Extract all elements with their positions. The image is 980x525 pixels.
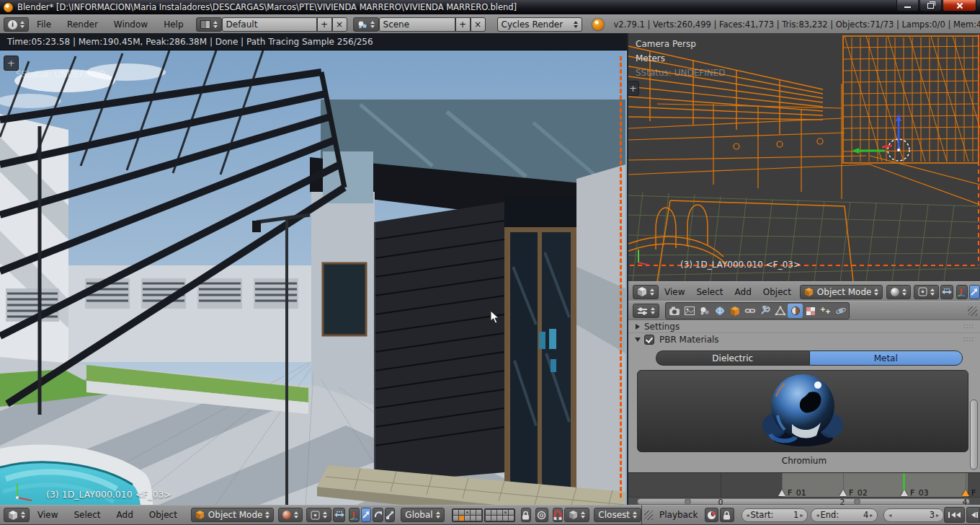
menu-view[interactable]: View [30, 510, 66, 520]
snap-toggle-button[interactable] [553, 508, 563, 522]
timeline-marker-selected[interactable] [962, 490, 969, 496]
timeline-scrollbar[interactable]: 0 2 4 [628, 497, 980, 505]
lock-frame-button[interactable] [720, 508, 734, 522]
snap-element-selector[interactable] [564, 508, 589, 522]
scale-manipulator-button[interactable] [385, 508, 395, 522]
minimize-button[interactable] [896, 0, 919, 12]
tab-metal[interactable]: Metal [809, 350, 963, 366]
screen-layout-selector[interactable] [196, 17, 222, 32]
tab-render-layers-icon[interactable] [682, 304, 697, 318]
panel-drag-dots[interactable]: ········ [963, 324, 974, 330]
tab-world-icon[interactable] [712, 304, 727, 318]
tab-render-icon[interactable] [667, 304, 682, 318]
properties-scrollbar[interactable] [970, 400, 978, 469]
tab-data-icon[interactable] [772, 304, 788, 318]
menu-add[interactable]: Add [729, 287, 757, 297]
mode-selector[interactable]: Object Mode [800, 285, 883, 299]
menu-object[interactable]: Object [141, 510, 185, 520]
object-mode-icon [195, 511, 205, 519]
layers-left-block[interactable] [452, 508, 483, 522]
layout-add-button[interactable]: + [317, 17, 332, 32]
pbr-enabled-checkbox[interactable] [644, 335, 654, 345]
tab-texture-icon[interactable] [803, 304, 818, 318]
menu-help[interactable]: Help [156, 19, 191, 30]
material-preview[interactable] [637, 370, 968, 452]
header-grip[interactable] [968, 306, 977, 316]
timeline-marker[interactable] [778, 490, 785, 496]
jump-prev-keyframe-button[interactable] [966, 507, 980, 523]
tab-physics-icon[interactable] [833, 304, 848, 318]
end-frame-field[interactable]: ◂ End: 4 ▸ [811, 508, 878, 522]
tab-particles-icon[interactable] [818, 304, 833, 318]
current-frame-field[interactable]: ◂ 3 ▸ [883, 508, 944, 522]
translate-manipulator-button[interactable] [969, 285, 980, 299]
rotate-manipulator-button[interactable] [373, 508, 383, 522]
editor-type-properties-button[interactable] [633, 304, 659, 318]
menu-render[interactable]: Render [59, 19, 106, 30]
manipulator-axis-button[interactable] [349, 508, 360, 522]
scrollbar-zoom-handle[interactable] [685, 498, 691, 505]
jump-to-start-button[interactable] [944, 507, 965, 523]
editor-type-3dview-button[interactable] [4, 508, 30, 522]
window-titlebar[interactable]: Blender* [D:\INFORMACION\Maria Instalado… [0, 0, 980, 14]
menu-playback[interactable]: Playback [653, 510, 705, 520]
start-frame-field[interactable]: ◂ Start: 1 ▸ [741, 508, 808, 522]
tab-object-icon[interactable] [727, 304, 742, 318]
menu-select[interactable]: Select [690, 287, 729, 297]
region-expand-tab[interactable]: + [4, 56, 19, 71]
menu-window[interactable]: Window [106, 19, 156, 30]
viewport-shading-selector[interactable] [886, 285, 911, 299]
render-viewport[interactable]: + SStatus: UNDEFINED (3) 1D_LAY000.010 <… [0, 50, 627, 505]
scene-add-button[interactable]: + [455, 17, 471, 32]
scene-unlink-button[interactable]: × [471, 17, 486, 32]
layers-right-block[interactable] [484, 508, 515, 522]
render-status-bar: Time:05:23.58 | Mem:190.45M, Peak:286.38… [0, 33, 627, 50]
scene-name-field[interactable]: Scene [379, 17, 455, 32]
menu-add[interactable]: Add [109, 510, 141, 520]
timeline-marker[interactable] [901, 490, 908, 496]
timeline-marker[interactable] [839, 490, 847, 496]
plus-icon: + [7, 58, 15, 69]
tab-material-icon[interactable] [788, 304, 803, 318]
menu-view[interactable]: View [659, 287, 690, 297]
menu-select[interactable]: Select [66, 510, 108, 520]
wireframe-viewport[interactable]: Camera Persp Meters SStatus: UNDEFINED +… [628, 33, 980, 281]
manipulator-axis-button[interactable] [956, 285, 967, 299]
snap-mode-selector[interactable]: Closest [594, 508, 641, 522]
region-expand-tab[interactable]: + [628, 81, 639, 96]
layers-widget[interactable] [452, 508, 517, 522]
tab-modifiers-icon[interactable] [757, 304, 772, 318]
timeline-editor[interactable]: F_01 F_02 F_03 F_04 0 2 4 [628, 472, 980, 505]
tab-scene-icon[interactable] [697, 304, 712, 318]
transform-orientation-selector[interactable]: Global [401, 508, 444, 522]
editor-type-3dview-button[interactable] [633, 285, 659, 299]
timeline-track[interactable]: F_01 F_02 F_03 F_04 [628, 473, 980, 497]
menu-file[interactable]: File [29, 19, 59, 30]
restore-button[interactable] [919, 0, 942, 12]
proportional-edit-button[interactable] [535, 508, 548, 522]
viewport-shading-selector[interactable] [278, 508, 303, 522]
pbr-panel-header[interactable]: PBR Materials ········ [628, 333, 980, 345]
lock-to-scene-button[interactable] [521, 508, 531, 522]
scene-datablock-selector[interactable] [353, 17, 379, 32]
scrollbar-zoom-handle[interactable] [854, 498, 860, 505]
layout-unlink-button[interactable]: × [332, 17, 347, 32]
render-engine-selector[interactable]: Cycles Render [497, 17, 582, 32]
tab-dielectric[interactable]: Dielectric [656, 350, 809, 366]
pivot-point-selector[interactable] [914, 285, 939, 299]
menu-object[interactable]: Object [757, 287, 797, 297]
tab-constraints-icon[interactable] [742, 304, 757, 318]
translate-manipulator-button[interactable] [361, 508, 371, 522]
manipulator-toggle[interactable] [333, 508, 344, 522]
playback-sync-button[interactable] [705, 508, 719, 522]
mode-selector[interactable]: Object Mode [191, 508, 275, 522]
settings-panel-header[interactable]: Settings ········ [628, 320, 980, 333]
manipulator-toggle[interactable] [940, 285, 953, 299]
editor-type-info-button[interactable]: i [4, 17, 29, 32]
pivot-point-selector[interactable] [306, 508, 331, 522]
layout-name-field[interactable]: Default [222, 17, 317, 32]
panel-drag-dots[interactable]: ········ [963, 337, 974, 343]
area-corner-grip[interactable] [644, 511, 653, 520]
lock-icon [723, 511, 731, 520]
close-button[interactable] [943, 0, 976, 12]
